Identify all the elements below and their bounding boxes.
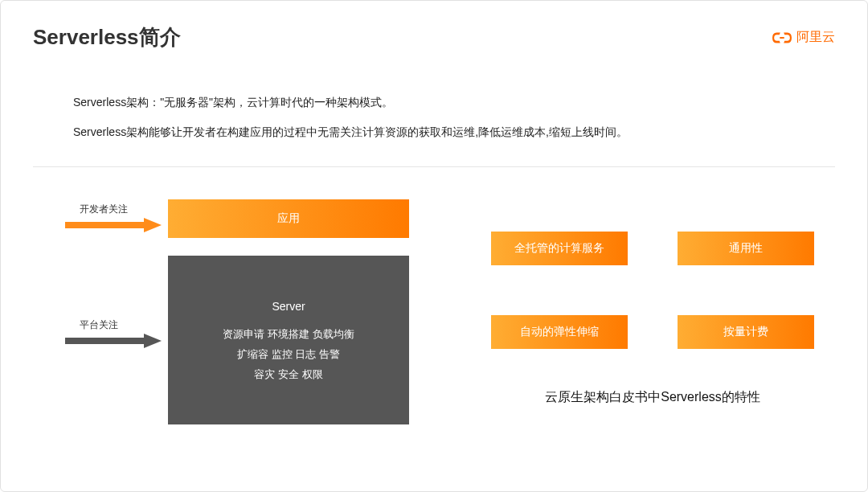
svg-marker-3 xyxy=(144,334,162,348)
features-caption: 云原生架构白皮书中Serverless的特性 xyxy=(491,389,814,406)
feature-box-managed: 全托管的计算服务 xyxy=(491,232,628,265)
slide-header: Serverless简介 阿里云 xyxy=(1,1,867,59)
server-layer-title: Server xyxy=(272,296,305,318)
platform-focus-arrow: 平台关注 xyxy=(65,318,162,348)
intro-line-1: Serverless架构："无服务器"架构，云计算时代的一种架构模式。 xyxy=(73,92,795,113)
feature-box-general: 通用性 xyxy=(678,232,814,265)
page-title: Serverless简介 xyxy=(33,23,181,51)
server-layer-line: 资源申请 环境搭建 负载均衡 xyxy=(223,325,354,345)
svg-rect-0 xyxy=(65,222,144,228)
brand-logo: 阿里云 xyxy=(772,29,835,46)
application-layer-box: 应用 xyxy=(168,199,409,238)
arrow-right-icon xyxy=(65,334,162,348)
developer-focus-arrow: 开发者关注 xyxy=(65,203,162,232)
server-layer-line: 容灾 安全 权限 xyxy=(254,365,322,385)
feature-box-payg: 按量计费 xyxy=(678,315,814,349)
brand-logo-text: 阿里云 xyxy=(796,29,835,46)
svg-rect-2 xyxy=(65,338,144,344)
server-layer-line: 扩缩容 监控 日志 告警 xyxy=(237,345,340,365)
application-layer-label: 应用 xyxy=(277,211,300,226)
intro-section: Serverless架构："无服务器"架构，云计算时代的一种架构模式。 Serv… xyxy=(1,59,867,160)
features-section: 全托管的计算服务 通用性 自动的弹性伸缩 按量计费 云原生架构白皮书中Serve… xyxy=(411,199,835,406)
intro-line-2: Serverless架构能够让开发者在构建应用的过程中无需关注计算资源的获取和运… xyxy=(73,121,795,143)
feature-box-autoscale: 自动的弹性伸缩 xyxy=(491,315,628,349)
arrow-right-icon xyxy=(65,218,162,232)
platform-focus-label: 平台关注 xyxy=(80,318,162,332)
architecture-diagram: 开发者关注 平台关注 应用 Server 资源申请 环境搭建 负载均衡 扩缩容 … xyxy=(33,199,411,406)
svg-marker-1 xyxy=(144,218,162,232)
server-layer-box: Server 资源申请 环境搭建 负载均衡 扩缩容 监控 日志 告警 容灾 安全… xyxy=(168,256,409,424)
developer-focus-label: 开发者关注 xyxy=(80,203,162,216)
alibaba-cloud-icon xyxy=(772,31,792,45)
main-content: 开发者关注 平台关注 应用 Server 资源申请 环境搭建 负载均衡 扩缩容 … xyxy=(1,167,867,406)
feature-grid: 全托管的计算服务 通用性 自动的弹性伸缩 按量计费 xyxy=(491,232,835,349)
